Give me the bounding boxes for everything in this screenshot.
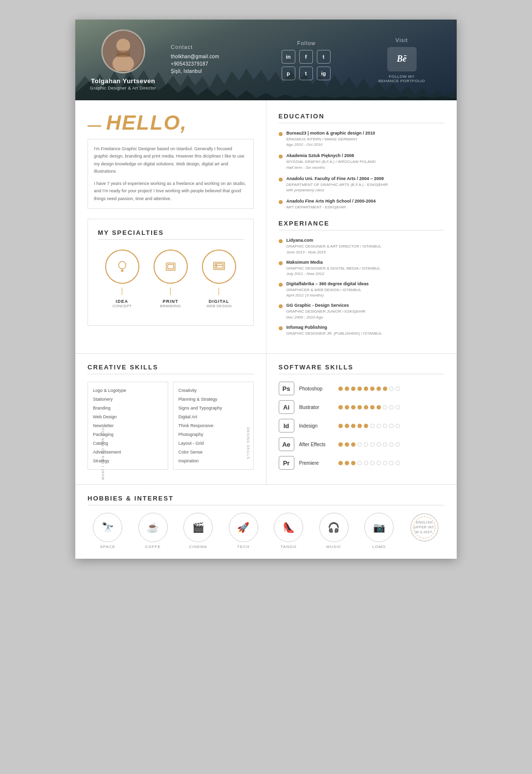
dot-empty: [396, 424, 400, 428]
skills-row: CREATIVE SKILLS WHAT I CAN DO FOR YOU Lo…: [75, 353, 457, 484]
dot-filled: [383, 387, 387, 391]
dot-filled: [357, 424, 362, 428]
dot-filled: [351, 387, 355, 391]
dot-empty: [364, 442, 368, 447]
dot-empty: [370, 442, 375, 447]
hobby-circle: 🎬: [183, 513, 213, 542]
svg-point-1: [116, 39, 130, 52]
tumblr-icon[interactable]: t: [299, 67, 313, 80]
sw-icon: Pr: [279, 456, 294, 470]
creative-skill-item: Strategy: [93, 456, 163, 465]
dot-empty: [396, 405, 400, 410]
hello-heading: HELLO,: [106, 113, 187, 133]
design-skill-item: Think Responsive: [178, 421, 248, 430]
sw-item-4: Pr Premiere: [279, 456, 445, 470]
pinterest-icon[interactable]: p: [282, 67, 295, 80]
design-skill-item: Layout - Grid: [178, 439, 248, 448]
sw-icon: Id: [279, 419, 294, 433]
exp-date: June 2013 - Now 2015: [287, 250, 382, 255]
edu-dot: [279, 132, 283, 136]
digital-label: DIGITAL WEB DESIGN: [206, 299, 231, 308]
exp-dot: [279, 283, 283, 287]
idea-label: IDEA CONCEPT: [112, 299, 132, 308]
software-skill-items: Ps Photoshop Ai Illustrator Id Indesign …: [279, 382, 445, 470]
right-column: EDUCATION Bureau23 | motion & graphic de…: [266, 100, 457, 353]
sw-name: Illustrator: [299, 405, 333, 410]
hobby-icon: 📷: [373, 522, 385, 533]
bio-para1: I'm Freelance Graphic Designer based on …: [94, 145, 247, 175]
dot-filled: [357, 405, 362, 410]
hobby-icon: 🔭: [102, 522, 114, 533]
dot-empty: [357, 442, 362, 447]
hobby-item-1: ☕ COFFE: [138, 513, 168, 549]
design-skill-item: Signs and Typography: [178, 404, 248, 412]
dot-empty: [389, 424, 394, 428]
exp-content: Infomag Publishing GRAPHIC DESIGNER JR. …: [287, 325, 382, 336]
dot-empty: [383, 461, 387, 465]
dot-empty: [396, 387, 400, 391]
hobby-label: TECH: [237, 545, 250, 549]
design-label: DESING SKILLS: [246, 428, 250, 460]
edu-content: Anadolu Uni. Faculty of Fine Arts / 2004…: [287, 176, 388, 193]
digital-circle: [202, 250, 236, 284]
sw-item-0: Ps Photoshop: [279, 382, 445, 395]
edu-sub: DEPARTMENT OF GRAPHIC ARTS (B.F.A.) - ES…: [287, 182, 388, 187]
specialties-section: MY SPECIALTIES I: [88, 219, 254, 326]
hobbies-section: HOBBIES & INTEREST 🔭 SPACE ☕ COFFE 🎬 CIN…: [75, 484, 457, 559]
creative-skill-item: Packaging: [93, 430, 163, 439]
creative-skill-item: Stationery: [93, 395, 163, 404]
sw-name: After Effects: [299, 442, 333, 447]
sw-name: Premiere: [299, 460, 333, 466]
main-two-col: — HELLO, I'm Freelance Graphic Designer …: [75, 100, 457, 353]
linkedin-icon[interactable]: in: [282, 50, 295, 64]
experience-section: EXPERIANCE Lidyana.com GRAPHIC DESIGNER …: [279, 220, 445, 336]
dot-filled: [345, 424, 349, 428]
edu-item-0: Bureau23 | motion & graphic design / 201…: [279, 131, 445, 147]
hobby-icon: 🚀: [237, 522, 249, 533]
social-icons: in f t p t ig: [266, 50, 347, 80]
exp-item-2: Digitalfabrika – 360 degree digital idea…: [279, 281, 445, 298]
dot-empty: [383, 442, 387, 447]
edu-sub: ERASMUS INTERN / MAINZ GERMANY: [287, 137, 376, 142]
dot-empty: [377, 461, 381, 465]
dot-filled: [377, 387, 381, 391]
exp-date: Dec 2009 - 2010 Agu: [287, 315, 366, 320]
hobby-label: MUSIC: [326, 545, 341, 549]
hobby-icon: 🎬: [192, 522, 204, 533]
hobby-icon: 👠: [283, 522, 295, 533]
avatar-section: Tolgahan Yurtseven Graphic Designer & Ar…: [90, 29, 156, 91]
education-section: EDUCATION Bureau23 | motion & graphic de…: [279, 113, 445, 210]
dot-empty: [370, 424, 375, 428]
dot-empty: [389, 461, 394, 465]
specialty-idea: IDEA CONCEPT: [105, 250, 139, 308]
hobby-icon: 🎧: [328, 522, 340, 533]
edu-item-3: Anadolu Fine Arts High School / 2000-200…: [279, 199, 445, 210]
english-circle: ENGLISHUPPER INT.W.S.INST.: [410, 513, 439, 542]
sw-icon: Ai: [279, 400, 294, 414]
exp-date: April 2011 (3 months): [287, 293, 369, 298]
hello-title: — HELLO,: [88, 113, 254, 133]
edu-degree: Akademia Sztuk Pięknych / 2008: [287, 153, 376, 158]
exp-date: July 2011 - Now 2012: [287, 271, 381, 276]
sw-dots: [338, 424, 400, 428]
svg-rect-10: [168, 265, 174, 269]
twitter-icon[interactable]: t: [317, 50, 331, 64]
instagram-icon[interactable]: ig: [317, 67, 331, 80]
hello-section: — HELLO, I'm Freelance Graphic Designer …: [88, 113, 254, 209]
dot-empty: [377, 424, 381, 428]
dot-empty: [389, 405, 394, 410]
idea-circle: [105, 250, 139, 284]
hobby-item-0: 🔭 SPACE: [93, 513, 122, 549]
hello-dash: —: [88, 117, 101, 133]
creative-skill-item: Newsletter: [93, 421, 163, 430]
dot-filled: [351, 442, 355, 447]
print-line: [170, 288, 171, 295]
design-skill-item: Color Sense: [178, 448, 248, 456]
facebook-icon[interactable]: f: [299, 50, 313, 64]
edu-item-1: Akademia Sztuk Pięknych / 2008 WYDZIAŁ G…: [279, 153, 445, 170]
exp-content: GG Graphic - Design Services GRAPHIC DES…: [287, 303, 366, 319]
edu-degree: Anadolu Fine Arts High School / 2000-200…: [287, 199, 376, 204]
behance-icon[interactable]: Bē: [387, 47, 417, 71]
dot-empty: [364, 461, 368, 465]
print-label: PRINT BRANDING: [160, 299, 181, 308]
